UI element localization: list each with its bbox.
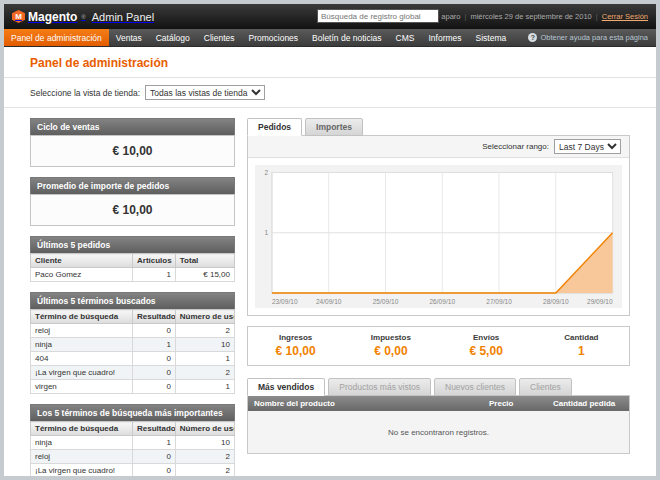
svg-text:25/09/10: 25/09/10 <box>373 298 399 305</box>
orders-chart: 23/09/1024/09/1025/09/1026/09/1027/09/10… <box>248 158 629 315</box>
page-title: Panel de administración <box>4 47 656 78</box>
grid-tabs: Más vendidos Productos más vistos Nuevos… <box>247 378 630 395</box>
cell-uses: 1 <box>175 352 234 366</box>
table-row[interactable]: ninja 1 10 <box>31 338 235 352</box>
cell-uses: 2 <box>175 464 234 478</box>
nav-reports[interactable]: Informes <box>421 29 468 46</box>
last-orders-table: Cliente Artículos Total Paco Gomez 1 € 1… <box>30 253 235 282</box>
help-icon: ? <box>528 33 537 42</box>
nav-system[interactable]: Sistema <box>469 29 514 46</box>
stat-label: Envíos <box>439 333 534 342</box>
lifetime-sales-value: € 10,00 <box>30 135 235 167</box>
cell-uses: 1 <box>175 380 234 394</box>
nav-dashboard[interactable]: Panel de administración <box>4 29 109 46</box>
cell-results: 0 <box>133 380 176 394</box>
store-view-select[interactable]: Todas las vistas de tienda <box>145 85 265 100</box>
cell-uses: 10 <box>175 436 234 450</box>
table-header-row: Término de búsqueda Resultados Número de… <box>31 310 235 324</box>
table-row[interactable]: 404 0 1 <box>31 352 235 366</box>
magento-logo[interactable]: M Magento ® Admin Panel <box>12 10 154 24</box>
cell-results: 1 <box>133 436 176 450</box>
column-header: Resultados <box>133 310 176 324</box>
stat-shipping: Envíos € 5,00 <box>439 333 534 358</box>
registered-mark: ® <box>81 14 85 20</box>
range-selector-row: Seleccionar rango: Last 7 Days <box>248 136 629 158</box>
separator: | <box>464 12 466 21</box>
stat-quantity: Cantidad 1 <box>534 333 629 358</box>
last-search-table: Término de búsqueda Resultados Número de… <box>30 309 235 394</box>
table-row[interactable]: Paco Gomez 1 € 15,00 <box>31 268 235 282</box>
panel-title: Los 5 términos de búsqueda más important… <box>30 404 235 421</box>
help-link[interactable]: ? Obtener ayuda para esta página <box>528 29 656 46</box>
logo-suffix: Admin Panel <box>92 11 154 23</box>
store-view-row: Seleccione la vista de tienda: Todas las… <box>4 78 656 108</box>
panel-title: Últimos 5 términos buscados <box>30 292 235 309</box>
cell-results: 0 <box>133 464 176 478</box>
column-header: Término de búsqueda <box>31 310 133 324</box>
stat-label: Cantidad <box>534 333 629 342</box>
column-header: Resultados <box>133 422 176 436</box>
cell-uses: 2 <box>175 366 234 380</box>
tab-new-customers[interactable]: Nuevos clientes <box>434 378 516 396</box>
nav-newsletter[interactable]: Boletín de noticias <box>305 29 388 46</box>
table-row[interactable]: ninja 1 10 <box>31 436 235 450</box>
stat-tax: Impuestos € 0,00 <box>343 333 438 358</box>
magento-logo-icon: M <box>12 10 25 23</box>
separator: | <box>596 12 598 21</box>
table-row[interactable]: ¡La virgen que cuadro! 0 2 <box>31 464 235 478</box>
tab-most-viewed[interactable]: Productos más vistos <box>328 378 431 396</box>
tab-orders[interactable]: Pedidos <box>247 118 302 136</box>
nav-catalog[interactable]: Catálogo <box>149 29 197 46</box>
table-row[interactable]: virgen 0 1 <box>31 380 235 394</box>
svg-text:27/09/10: 27/09/10 <box>486 298 512 305</box>
admin-page: M Magento ® Admin Panel Accedió como apa… <box>0 0 660 480</box>
table-row[interactable]: reloj 0 2 <box>31 450 235 464</box>
tab-amounts[interactable]: Importes <box>305 118 363 136</box>
chart-tabs: Pedidos Importes <box>247 118 630 135</box>
column-header: Cantidad pedida <box>547 396 629 411</box>
empty-grid-message: No se encontraron registros. <box>248 411 629 453</box>
nav-promotions[interactable]: Promociones <box>241 29 305 46</box>
range-select[interactable]: Last 7 Days <box>554 139 621 154</box>
table-header-row: Término de búsqueda Resultados Número de… <box>31 422 235 436</box>
cell-results: 0 <box>133 366 176 380</box>
cell-term: reloj <box>31 324 133 338</box>
nav-customers[interactable]: Clientes <box>197 29 242 46</box>
table-row[interactable]: reloj 0 2 <box>31 324 235 338</box>
table-row[interactable]: ¡La virgen que cuadro! 0 2 <box>31 366 235 380</box>
column-header: Cliente <box>31 254 133 268</box>
stat-label: Impuestos <box>343 333 438 342</box>
content: Panel de administración Seleccione la vi… <box>4 47 656 480</box>
panel-last-orders: Últimos 5 pedidos Cliente Artículos Tota… <box>30 236 235 282</box>
stat-value: € 5,00 <box>439 344 534 358</box>
cell-term: virgen <box>31 380 133 394</box>
cell-uses: 2 <box>175 450 234 464</box>
products-grid: Nombre del producto Precio Cantidad pedi… <box>247 395 630 454</box>
cell-term: ninja <box>31 338 133 352</box>
top-header: M Magento ® Admin Panel Accedió como apa… <box>4 4 656 29</box>
top-search-table: Término de búsqueda Resultados Número de… <box>30 421 235 480</box>
store-view-label: Seleccione la vista de tienda: <box>30 88 140 98</box>
svg-text:29/09/10: 29/09/10 <box>587 298 613 305</box>
cell-items: 1 <box>133 268 176 282</box>
nav-sales[interactable]: Ventas <box>109 29 149 46</box>
column-header: Número de usos <box>175 310 234 324</box>
average-orders-value: € 10,00 <box>30 194 235 226</box>
tab-bestsellers[interactable]: Más vendidos <box>247 378 325 396</box>
totals-bar: Ingresos € 10,00 Impuestos € 0,00 Envíos… <box>247 326 630 366</box>
svg-text:23/09/10: 23/09/10 <box>272 298 298 305</box>
panel-average-orders: Promedio de importe de pedidos € 10,00 <box>30 177 235 226</box>
column-header: Número de usos <box>175 422 234 436</box>
cell-customer: Paco Gomez <box>31 268 133 282</box>
svg-text:2: 2 <box>265 169 269 176</box>
cell-uses: 2 <box>175 324 234 338</box>
nav-cms[interactable]: CMS <box>389 29 422 46</box>
column-header: Total <box>175 254 234 268</box>
tab-customers[interactable]: Clientes <box>519 378 572 396</box>
orders-chart-panel: Seleccionar rango: Last 7 Days 23/09/102… <box>247 135 630 316</box>
logout-link[interactable]: Cerrar Sesión <box>602 12 648 21</box>
panel-top-search-terms: Los 5 términos de búsqueda más important… <box>30 404 235 480</box>
svg-text:24/09/10: 24/09/10 <box>316 298 342 305</box>
global-search-input[interactable] <box>317 9 439 23</box>
svg-text:1: 1 <box>265 229 269 236</box>
